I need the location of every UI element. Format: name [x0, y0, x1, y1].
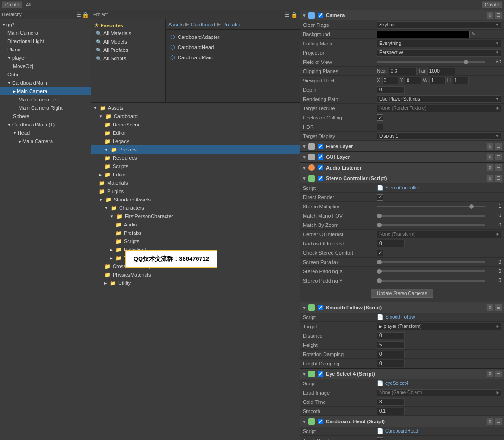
target-texture-ref[interactable]: None (Render Texture) ◉	[377, 105, 501, 112]
dropdown-target-display[interactable]: Display 1 ▼	[377, 132, 501, 140]
breadcrumb-prefabs[interactable]: Prefabs	[223, 22, 240, 27]
project-menu-btn[interactable]: ☰	[285, 12, 290, 18]
hierarchy-item-maincam-selected[interactable]: ▶ Main Camera	[0, 87, 91, 95]
asset-legacy[interactable]: 📁 Legacy	[91, 137, 300, 145]
asset-standard[interactable]: ▼ 📁 Standard Assets	[91, 195, 300, 204]
stereo-menu-icon[interactable]: ☰	[495, 175, 502, 182]
stereo-padding-y-slider[interactable]	[377, 280, 485, 282]
asset-cardboard[interactable]: ▼ 📁 Cardboard	[91, 112, 300, 120]
asset-editor2[interactable]: ▶ 📁 Editor	[91, 170, 300, 179]
occlusion-checkbox[interactable]	[377, 114, 383, 121]
asset-prefabs[interactable]: ▼ 📁 Prefabs	[91, 145, 300, 154]
match-mono-fov-slider[interactable]	[377, 215, 485, 217]
viewport-y[interactable]	[405, 77, 421, 84]
screen-parallax-slider[interactable]	[377, 261, 485, 263]
direct-render-checkbox[interactable]	[377, 194, 383, 201]
breadcrumb-cardboard[interactable]: Cardboard	[191, 22, 215, 27]
smooth-input[interactable]	[377, 408, 405, 415]
hierarchy-lock-btn[interactable]: 🔒	[82, 12, 89, 18]
viewport-w[interactable]	[429, 77, 446, 84]
sf-distance-input[interactable]	[377, 332, 405, 339]
ref-btn-1[interactable]: ◉	[496, 106, 499, 110]
depth-input[interactable]	[377, 86, 405, 94]
flare-settings-icon[interactable]: ⚙	[486, 143, 494, 150]
color-picker-icon[interactable]: ✎	[472, 31, 475, 37]
color-swatch-background[interactable]	[377, 31, 470, 38]
asset-firstperson[interactable]: ▼ 📁 FirstPersonCharacter	[91, 212, 300, 220]
create-button-1[interactable]: Create	[2, 1, 22, 8]
asset-editor[interactable]: 📁 Editor	[91, 129, 300, 137]
hierarchy-item-cardboardmain[interactable]: ▼ CardboardMain	[0, 79, 91, 87]
asset-demoscene[interactable]: 📁 DemoScene	[91, 120, 300, 129]
hierarchy-item-cube[interactable]: Cube	[0, 70, 91, 79]
hierarchy-item-player[interactable]: ▼ player	[0, 54, 91, 62]
asset-prefabs-inner[interactable]: 📁 Prefabs	[91, 229, 300, 237]
fav-item-materials[interactable]: 🔍 All Materials	[91, 29, 165, 38]
stereo-padding-x-slider[interactable]	[377, 270, 485, 272]
radius-of-interest-input[interactable]	[377, 240, 405, 247]
cold-time-input[interactable]	[377, 398, 405, 406]
dropdown-projection[interactable]: Perspective ▼	[377, 49, 501, 57]
update-stereo-button[interactable]: Update Stereo Cameras	[371, 289, 433, 298]
smooth-follow-header[interactable]: ▼ Smooth Follow (Script) ⚙ ☰	[300, 302, 504, 313]
stereo-script-name[interactable]: StereoController	[385, 185, 419, 190]
hierarchy-item-maincam-left[interactable]: Main Camera Left	[0, 95, 91, 104]
gui-menu-icon[interactable]: ☰	[495, 153, 502, 161]
hierarchy-item-head[interactable]: ▼ Head	[0, 129, 91, 137]
breadcrumb-assets[interactable]: Assets	[168, 22, 184, 27]
hierarchy-menu-btn[interactable]: ☰	[76, 12, 81, 18]
fav-item-scripts[interactable]: 🔍 All Scripts	[91, 54, 165, 63]
ref-btn-coi[interactable]: ◉	[496, 232, 499, 236]
smooth-follow-enabled-checkbox[interactable]	[318, 305, 323, 310]
cardboard-head-header[interactable]: ▼ Cardboard Head (Script) ⚙ ☰	[300, 416, 504, 427]
check-stereo-comfort-checkbox[interactable]	[377, 250, 383, 256]
stereo-header[interactable]: ▼ Stereo Controller (Script) ⚙ ☰	[300, 173, 504, 183]
prefab-item-head[interactable]: ⬡ CardboardHead	[168, 43, 297, 52]
gui-enabled-checkbox[interactable]	[318, 154, 323, 160]
flare-enabled-checkbox[interactable]	[318, 144, 323, 149]
cardboard-head-menu-icon[interactable]: ☰	[495, 418, 502, 425]
load-image-ref[interactable]: None (Game Object) ◉	[377, 389, 501, 396]
hierarchy-item-maincam-child[interactable]: ▶ Main Camera	[0, 137, 91, 145]
dropdown-culling-mask[interactable]: Everything ▼	[377, 40, 501, 47]
ref-btn-sf-target[interactable]: ◉	[496, 324, 499, 328]
fav-item-models[interactable]: 🔍 All Models	[91, 38, 165, 46]
es-script-name[interactable]: eyeSelect4	[385, 381, 408, 386]
asset-resources[interactable]: 📁 Resources	[91, 154, 300, 162]
stereo-settings-icon[interactable]: ⚙	[486, 175, 494, 182]
create-button-2[interactable]: Create	[482, 1, 502, 8]
asset-characters[interactable]: ▼ 📁 Characters	[91, 204, 300, 212]
dropdown-rendering-path[interactable]: Use Player Settings ▼	[377, 95, 501, 103]
gui-settings-icon[interactable]: ⚙	[486, 153, 494, 161]
sf-rot-damping-input[interactable]	[377, 351, 405, 358]
hierarchy-item-cardboardmain1[interactable]: ▼ CardboardMain (1)	[0, 120, 91, 129]
stereo-enabled-checkbox[interactable]	[318, 176, 323, 181]
asset-utility[interactable]: ▶ 📁 Utility	[91, 279, 300, 287]
asset-materials[interactable]: 📁 Materials	[91, 179, 300, 187]
hdr-checkbox[interactable]	[377, 124, 383, 130]
asset-assets[interactable]: ▼ 📁 Assets	[91, 104, 300, 112]
hierarchy-item-sphere[interactable]: Sphere	[0, 112, 91, 120]
stereo-multiplier-slider[interactable]	[377, 206, 485, 207]
asset-audio[interactable]: 📁 Audio	[91, 220, 300, 229]
audio-header[interactable]: ▼ Audio Listener ⚙ ☰	[300, 163, 504, 173]
match-by-zoom-slider[interactable]	[377, 224, 485, 226]
cardboard-head-settings-icon[interactable]: ⚙	[486, 418, 494, 425]
asset-scripts[interactable]: 📁 Scripts	[91, 162, 300, 170]
hierarchy-item-qq[interactable]: ▼ qq*	[0, 20, 91, 29]
sf-script-name[interactable]: SmoothFollow	[385, 314, 415, 320]
eye-select-enabled-checkbox[interactable]	[318, 371, 323, 377]
hierarchy-item-moveobj[interactable]: MoveObj	[0, 62, 91, 70]
hierarchy-item-maincam-right[interactable]: Main Camera Right	[0, 104, 91, 112]
eye-select-menu-icon[interactable]: ☰	[495, 370, 502, 377]
flare-header[interactable]: ▼ Flare Layer ⚙ ☰	[300, 141, 504, 151]
camera-settings-icon[interactable]: ⚙	[486, 12, 494, 19]
cardboard-head-enabled-checkbox[interactable]	[318, 419, 323, 424]
asset-physics[interactable]: 📁 PhysicsMaterials	[91, 270, 300, 279]
smooth-follow-settings-icon[interactable]: ⚙	[486, 304, 494, 311]
asset-scripts-inner[interactable]: 📁 Scripts	[91, 237, 300, 245]
viewport-x[interactable]	[382, 77, 398, 84]
asset-plugins[interactable]: 📁 Plugins	[91, 187, 300, 195]
sf-height-input[interactable]	[377, 341, 405, 349]
fav-item-prefabs[interactable]: 🔍 All Prefabs	[91, 46, 165, 54]
